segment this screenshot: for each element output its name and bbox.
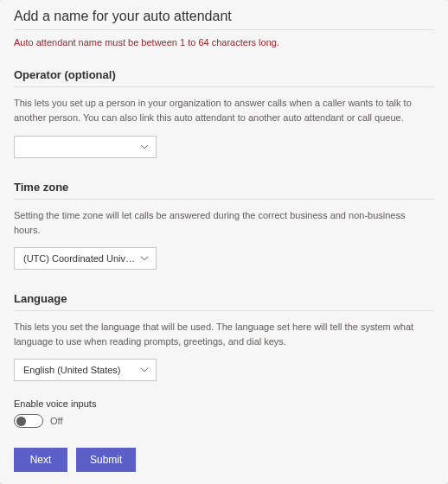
operator-heading: Operator (optional) <box>14 68 434 81</box>
operator-section: Operator (optional) This lets you set up… <box>14 68 434 158</box>
footer-actions: Next Submit <box>14 448 136 472</box>
language-heading: Language <box>14 292 434 305</box>
page-title: Add a name for your auto attendant <box>14 9 434 24</box>
voice-inputs-state: Off <box>50 416 62 426</box>
chevron-down-icon <box>140 254 149 263</box>
voice-inputs-toggle-row: Off <box>14 414 434 428</box>
toggle-knob <box>16 417 26 426</box>
timezone-divider <box>14 199 434 200</box>
chevron-down-icon <box>140 366 149 374</box>
operator-divider <box>14 86 434 87</box>
chevron-down-icon <box>140 143 149 151</box>
name-error-message: Auto attendant name must be between 1 to… <box>14 37 434 48</box>
next-button[interactable]: Next <box>14 448 67 472</box>
voice-inputs-toggle[interactable] <box>14 414 43 428</box>
operator-dropdown[interactable] <box>14 136 157 158</box>
language-dropdown-label: English (United States) <box>23 365 135 375</box>
timezone-section: Time zone Setting the time zone will let… <box>14 181 434 270</box>
voice-inputs-section: Enable voice inputs Off <box>14 398 434 428</box>
timezone-dropdown[interactable]: (UTC) Coordinated Universal ... <box>14 247 157 270</box>
language-section: Language This lets you set the language … <box>14 292 434 381</box>
timezone-heading: Time zone <box>14 181 434 194</box>
voice-inputs-label: Enable voice inputs <box>14 398 434 409</box>
title-divider <box>14 29 434 30</box>
language-dropdown[interactable]: English (United States) <box>14 359 157 381</box>
language-divider <box>14 310 434 311</box>
timezone-dropdown-label: (UTC) Coordinated Universal ... <box>23 253 135 264</box>
operator-description: This lets you set up a person in your or… <box>14 96 420 124</box>
auto-attendant-pane: Add a name for your auto attendant Auto … <box>0 0 448 484</box>
language-description: This lets you set the language that will… <box>14 320 420 348</box>
submit-button[interactable]: Submit <box>76 448 136 472</box>
timezone-description: Setting the time zone will let calls be … <box>14 208 420 237</box>
